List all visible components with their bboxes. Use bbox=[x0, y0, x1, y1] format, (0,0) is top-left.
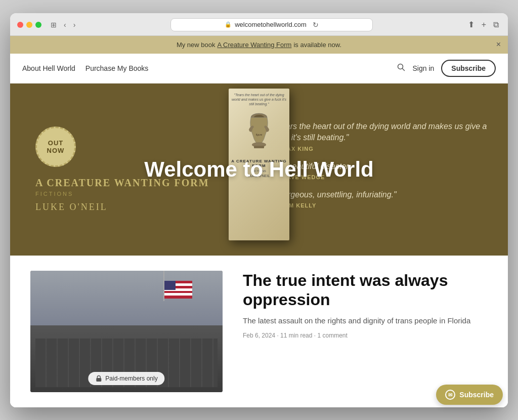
quote-block-1: "Tears the heart out of the dying world … bbox=[274, 121, 488, 152]
hero-overlay-title: Welcome to Hell World bbox=[144, 157, 374, 182]
minimize-traffic-light[interactable] bbox=[26, 22, 32, 28]
hero-section: OUT NOW A Creature Wanting Form Fictions… bbox=[10, 83, 508, 256]
svg-rect-7 bbox=[96, 378, 101, 382]
article-meta: Feb 6, 2024 · 11 min read · 1 comment bbox=[243, 332, 488, 339]
quote-attribution-3: — Kim Kelly bbox=[274, 202, 488, 208]
maximize-traffic-light[interactable] bbox=[35, 22, 41, 28]
nav-links: About Hell World Purchase My Books bbox=[22, 64, 397, 72]
article-title[interactable]: The true intent was always oppression bbox=[243, 271, 488, 310]
new-tab-button[interactable]: + bbox=[480, 19, 488, 30]
article-read-time: 11 min read bbox=[280, 332, 312, 339]
quote-text-3: "Gorgeous, unsettling, infuriating." bbox=[274, 189, 488, 200]
share-button[interactable]: ⬆ bbox=[466, 19, 477, 30]
announcement-banner: My new book A Creature Wanting Form is a… bbox=[10, 36, 508, 54]
nav-books-link[interactable]: Purchase My Books bbox=[85, 64, 149, 72]
flag-container bbox=[164, 281, 192, 299]
close-traffic-light[interactable] bbox=[17, 22, 23, 28]
browser-chrome: ⊞ ‹ › 🔒 welcometohellworld.com ↻ ⬆ + ⧉ bbox=[10, 13, 508, 36]
hero-book-author: Luke O'Neil bbox=[35, 202, 249, 213]
lock-icon: 🔒 bbox=[225, 21, 232, 28]
back-button[interactable]: ‹ bbox=[62, 20, 68, 30]
article-description: The latest assault on the rights and dig… bbox=[243, 315, 488, 327]
floating-subscribe-label: Subscribe bbox=[459, 391, 494, 399]
book-cover-urn-illustration: figure bbox=[244, 110, 274, 156]
out-now-badge: OUT NOW bbox=[35, 127, 76, 167]
address-bar-wrapper: 🔒 welcometohellworld.com ↻ bbox=[82, 18, 460, 31]
browser-window: ⊞ ‹ › 🔒 welcometohellworld.com ↻ ⬆ + ⧉ M… bbox=[10, 13, 508, 407]
search-icon bbox=[397, 63, 405, 71]
website: My new book A Creature Wanting Form is a… bbox=[10, 36, 508, 407]
banner-book-link[interactable]: A Creature Wanting Form bbox=[218, 41, 292, 49]
article-date: Feb 6, 2024 bbox=[243, 332, 275, 339]
article-content: The true intent was always oppression Th… bbox=[243, 271, 488, 339]
paid-members-badge: Paid-members only bbox=[88, 372, 164, 385]
article-comments: 1 comment bbox=[317, 332, 347, 339]
banner-text-before: My new book bbox=[177, 41, 215, 49]
banner-close-button[interactable]: × bbox=[496, 40, 501, 49]
lock-badge-icon bbox=[95, 375, 102, 382]
sky-bg bbox=[30, 271, 223, 331]
address-bar[interactable]: 🔒 welcometohellworld.com ↻ bbox=[170, 18, 373, 31]
subscribe-bell-icon: ✉ bbox=[445, 390, 455, 400]
browser-controls: ⊞ ‹ › bbox=[49, 20, 77, 30]
article-section: Paid-members only The true intent was al… bbox=[10, 256, 508, 407]
book-cover-top-quote: "Tears the heart out of the dying world … bbox=[229, 89, 289, 108]
subscribe-button[interactable]: Subscribe bbox=[441, 60, 496, 77]
quote-block-3: "Gorgeous, unsettling, infuriating." — K… bbox=[274, 189, 488, 208]
tabs-button[interactable]: ⧉ bbox=[491, 19, 501, 30]
url-text: welcometohellworld.com bbox=[235, 21, 307, 28]
search-button[interactable] bbox=[397, 63, 405, 73]
article-image[interactable]: Paid-members only bbox=[30, 271, 223, 392]
svg-line-1 bbox=[403, 68, 405, 70]
signin-button[interactable]: Sign in bbox=[412, 64, 434, 72]
browser-actions: ⬆ + ⧉ bbox=[466, 19, 501, 30]
reload-button[interactable]: ↻ bbox=[313, 21, 319, 29]
nav-actions: Sign in Subscribe bbox=[397, 60, 496, 77]
flag-canton bbox=[164, 281, 176, 290]
traffic-lights bbox=[17, 22, 41, 28]
paid-badge-text: Paid-members only bbox=[105, 375, 157, 382]
hero-book-subtitle: Fictions bbox=[35, 191, 249, 197]
flag-visual bbox=[164, 281, 192, 299]
sidebar-toggle-button[interactable]: ⊞ bbox=[49, 20, 59, 30]
nav-about-link[interactable]: About Hell World bbox=[22, 64, 75, 72]
quote-attribution-1: — Rax King bbox=[274, 146, 488, 152]
floating-subscribe-button[interactable]: ✉ Subscribe bbox=[436, 385, 503, 405]
svg-text:figure: figure bbox=[256, 133, 263, 136]
svg-rect-5 bbox=[254, 146, 264, 148]
forward-button[interactable]: › bbox=[71, 20, 78, 30]
site-nav: About Hell World Purchase My Books Sign … bbox=[10, 54, 508, 83]
quote-text-1: "Tears the heart out of the dying world … bbox=[274, 121, 488, 144]
banner-text-after: is available now. bbox=[293, 41, 341, 49]
badge-text: OUT NOW bbox=[47, 139, 65, 154]
